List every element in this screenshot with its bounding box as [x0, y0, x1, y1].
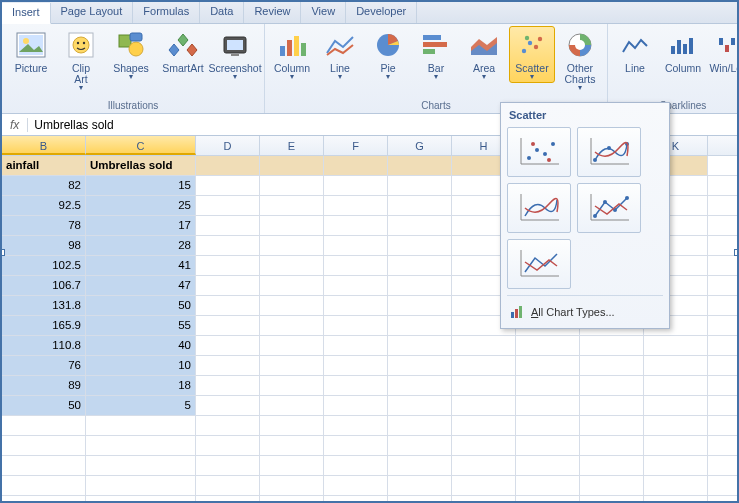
cell[interactable]: 50 [2, 396, 86, 415]
cell[interactable] [388, 456, 452, 475]
sparkline-winloss-button[interactable]: Win/Loss [708, 26, 739, 77]
cell[interactable] [260, 456, 324, 475]
shapes-button[interactable]: Shapes ▾ [106, 26, 156, 83]
cell[interactable] [86, 476, 196, 495]
cell[interactable] [324, 256, 388, 275]
cell[interactable] [388, 176, 452, 195]
screenshot-button[interactable]: Screenshot ▾ [210, 26, 260, 83]
cell[interactable] [324, 476, 388, 495]
cell[interactable] [644, 456, 708, 475]
area-chart-button[interactable]: Area ▾ [461, 26, 507, 83]
cell[interactable] [516, 396, 580, 415]
cell[interactable] [196, 496, 260, 503]
cell[interactable]: 17 [86, 216, 196, 235]
cell[interactable] [388, 336, 452, 355]
cell[interactable] [388, 376, 452, 395]
cell[interactable] [196, 436, 260, 455]
cell[interactable]: 28 [86, 236, 196, 255]
cell[interactable]: 106.7 [2, 276, 86, 295]
cell[interactable] [260, 396, 324, 415]
tab-insert[interactable]: Insert [2, 3, 51, 24]
tab-data[interactable]: Data [200, 2, 244, 23]
col-header-c[interactable]: C [86, 136, 196, 155]
col-header-d[interactable]: D [196, 136, 260, 155]
cell[interactable] [2, 456, 86, 475]
cell[interactable] [388, 356, 452, 375]
cell[interactable]: Umbrellas sold [86, 156, 196, 175]
cell[interactable] [516, 376, 580, 395]
tab-view[interactable]: View [301, 2, 346, 23]
cell[interactable] [644, 396, 708, 415]
cell[interactable]: ainfall [2, 156, 86, 175]
cell[interactable]: 102.5 [2, 256, 86, 275]
cell[interactable] [644, 416, 708, 435]
cell[interactable] [196, 256, 260, 275]
cell[interactable] [260, 436, 324, 455]
scatter-smooth-option[interactable] [507, 183, 571, 233]
cell[interactable] [452, 496, 516, 503]
cell[interactable]: 40 [86, 336, 196, 355]
cell[interactable]: 89 [2, 376, 86, 395]
fx-icon[interactable]: fx [2, 118, 28, 132]
cell[interactable]: 15 [86, 176, 196, 195]
cell[interactable] [324, 496, 388, 503]
cell[interactable] [324, 276, 388, 295]
cell[interactable] [196, 376, 260, 395]
cell[interactable] [388, 476, 452, 495]
cell[interactable] [388, 296, 452, 315]
cell[interactable] [260, 276, 324, 295]
cell[interactable] [452, 376, 516, 395]
cell[interactable] [260, 216, 324, 235]
cell[interactable] [388, 436, 452, 455]
cell[interactable] [452, 356, 516, 375]
cell[interactable] [324, 416, 388, 435]
scatter-markers-option[interactable] [507, 127, 571, 177]
other-charts-button[interactable]: Other Charts ▾ [557, 26, 603, 94]
cell[interactable] [196, 316, 260, 335]
cell[interactable] [324, 396, 388, 415]
cell[interactable] [260, 316, 324, 335]
cell[interactable] [580, 496, 644, 503]
all-chart-types-button[interactable]: All Chart Types... [507, 302, 663, 322]
cell[interactable]: 78 [2, 216, 86, 235]
selection-handle[interactable] [0, 249, 5, 256]
cell[interactable] [260, 376, 324, 395]
cell[interactable] [196, 416, 260, 435]
cell[interactable] [196, 396, 260, 415]
cell[interactable] [260, 356, 324, 375]
cell[interactable] [516, 496, 580, 503]
cell[interactable]: 131.8 [2, 296, 86, 315]
bar-chart-button[interactable]: Bar ▾ [413, 26, 459, 83]
col-header-b[interactable]: B [2, 136, 86, 155]
cell[interactable] [260, 176, 324, 195]
tab-developer[interactable]: Developer [346, 2, 417, 23]
cell[interactable] [324, 196, 388, 215]
cell[interactable] [324, 436, 388, 455]
cell[interactable]: 82 [2, 176, 86, 195]
column-chart-button[interactable]: Column ▾ [269, 26, 315, 83]
cell[interactable] [388, 256, 452, 275]
cell[interactable]: 110.8 [2, 336, 86, 355]
cell[interactable] [644, 476, 708, 495]
cell[interactable]: 98 [2, 236, 86, 255]
cell[interactable] [388, 316, 452, 335]
cell[interactable] [196, 356, 260, 375]
cell[interactable] [2, 436, 86, 455]
cell[interactable] [196, 336, 260, 355]
col-header-e[interactable]: E [260, 136, 324, 155]
scatter-straight-option[interactable] [507, 239, 571, 289]
line-chart-button[interactable]: Line ▾ [317, 26, 363, 83]
cell[interactable] [580, 416, 644, 435]
cell[interactable] [324, 216, 388, 235]
tab-review[interactable]: Review [244, 2, 301, 23]
cell[interactable] [452, 456, 516, 475]
cell[interactable] [580, 376, 644, 395]
cell[interactable] [260, 416, 324, 435]
cell[interactable]: 5 [86, 396, 196, 415]
cell[interactable] [388, 236, 452, 255]
cell[interactable] [2, 476, 86, 495]
cell[interactable] [196, 296, 260, 315]
cell[interactable] [516, 416, 580, 435]
cell[interactable] [196, 236, 260, 255]
cell[interactable] [580, 436, 644, 455]
